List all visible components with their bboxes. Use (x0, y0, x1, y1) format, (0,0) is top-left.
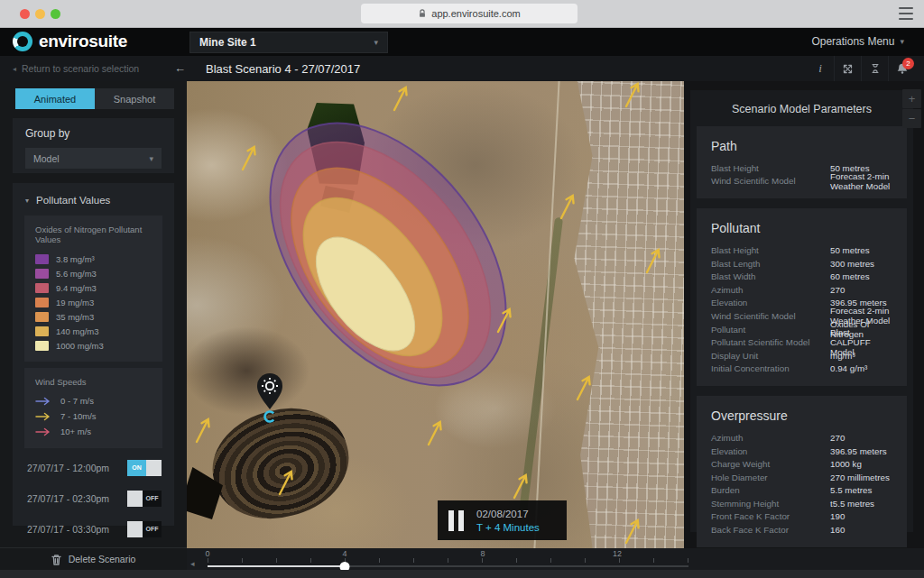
bottom-scroll-strip (0, 570, 924, 578)
overpressure-section: Overpressure Azimuth270 Elevation396.95 … (697, 396, 907, 547)
playback-date: 02/08/2017 (476, 509, 540, 519)
return-link-label: Return to scenario selection (22, 63, 139, 74)
logo-text: envirosuite (39, 32, 127, 51)
legend-item: 140 mg/m3 (35, 324, 152, 338)
parameter-row: Azimuth270 (711, 431, 892, 445)
tab-animated[interactable]: Animated (15, 88, 95, 109)
map-zoom-in-button[interactable]: + (902, 89, 921, 108)
app-header: envirosuite Mine Site 1 ▾ Operations Men… (0, 28, 924, 56)
envirosuite-logo-icon (13, 32, 32, 51)
parameter-row: Front Face K Factor190 (711, 510, 892, 524)
timestamp-row: 27/07/17 - 12:00pm ON (13, 456, 174, 479)
pause-button[interactable] (448, 510, 464, 531)
scenario-parameters-panel: Scenario Model Parameters Path Blast Hei… (690, 90, 913, 532)
info-icon: i (818, 61, 822, 76)
window-maximize-button[interactable] (51, 9, 60, 19)
wind-arrow-icon (574, 375, 593, 401)
collapse-caret-icon: ▾ (25, 197, 29, 205)
legend-color-swatch (35, 254, 49, 264)
window-minimize-button[interactable] (35, 9, 45, 19)
legend-item: 5.6 mg/m3 (35, 266, 152, 280)
collapse-sidebar-icon[interactable]: ← (174, 61, 186, 75)
wind-arrow-icon (35, 397, 53, 406)
timeline-tick-label: 0 (205, 549, 209, 558)
notifications-button[interactable]: 2 (888, 56, 915, 81)
timestamp-toggle[interactable]: OFF (127, 491, 162, 507)
window-close-button[interactable] (20, 9, 30, 19)
blast-location-pin[interactable] (257, 373, 282, 409)
parameter-row: Burden5.5 metres (711, 484, 892, 498)
parameter-row: Blast Height50 metres (711, 243, 892, 257)
delete-scenario-button[interactable]: Delete Scenario (0, 547, 187, 570)
operations-menu[interactable]: Operations Menu ▾ (811, 35, 904, 48)
pollutant-legend: Oxides of Nitrogen Pollutant Values 3.8 … (24, 216, 162, 362)
fullscreen-button[interactable] (834, 56, 861, 81)
chevron-down-icon: ▾ (900, 37, 904, 46)
timeline-tick-label: 8 (480, 549, 485, 558)
wind-speeds-legend: Wind Speeds 0 - 7 m/s 7 - 10m/s 10+ m/s (24, 368, 162, 448)
parameter-row: Stemming Heightt5.5 metres (711, 497, 892, 510)
lock-icon (418, 8, 427, 19)
timeline-progress (208, 565, 345, 567)
parameter-row: Wind Scientific ModelForecast 2-min Weat… (711, 175, 892, 188)
parameter-row: Blast Length300 metres (711, 257, 892, 271)
group-by-value: Model (33, 153, 149, 164)
group-by-dropdown[interactable]: Model ▾ (25, 148, 162, 169)
legend-item: 9.4 mg/m3 (35, 280, 152, 295)
group-by-section: Group by Model ▾ (13, 118, 174, 173)
map-zoom-out-button[interactable]: − (902, 109, 921, 128)
address-bar[interactable]: app.envirosuite.com (361, 4, 578, 23)
legend-item: 1000 mg/m3 (35, 338, 152, 353)
legend-item: 35 mg/m3 (35, 309, 152, 324)
monitor-point-marker[interactable] (263, 409, 276, 423)
view-mode-tabs: Animated Snapshot (15, 88, 174, 109)
tab-snapshot[interactable]: Snapshot (95, 88, 174, 109)
wind-speeds-title: Wind Speeds (35, 377, 152, 387)
delete-scenario-label: Delete Scenario (69, 554, 136, 564)
timestamp-label: 27/07/17 - 12:00pm (27, 463, 109, 473)
expand-arrows-icon (842, 63, 854, 75)
parameter-row: Back Face K Factor160 (711, 523, 892, 537)
pollutant-values-header[interactable]: ▾ Pollutant Values (13, 191, 174, 209)
map-overlay-layer (187, 81, 684, 548)
parameter-row: Azimuth270 (711, 283, 892, 297)
timestamp-row: 27/07/17 - 03:30pm OFF (13, 518, 174, 540)
timeline-track[interactable] (208, 565, 688, 567)
legend-color-swatch (35, 326, 49, 336)
browser-chrome: app.envirosuite.com (0, 0, 924, 28)
timestamp-toggle[interactable]: OFF (127, 521, 162, 537)
wind-arrow-icon (276, 470, 295, 496)
timeline-step-back-icon[interactable]: ◂ (190, 559, 195, 568)
wind-arrow-icon (35, 412, 53, 421)
scenario-title: Blast Scenario 4 - 27/07/2017 (206, 62, 360, 76)
wind-arrow-icon (511, 473, 530, 500)
hourglass-icon (870, 62, 881, 75)
legend-color-swatch (35, 312, 49, 322)
wind-legend-item: 10+ m/s (35, 424, 152, 439)
wind-arrow-icon (35, 427, 53, 436)
return-to-scenario-link[interactable]: ◂ Return to scenario selection (13, 63, 139, 74)
browser-menu-icon[interactable] (899, 7, 913, 20)
wind-arrow-icon (623, 82, 642, 108)
info-button[interactable]: i (807, 56, 834, 81)
wind-arrow-icon (391, 86, 410, 112)
wind-arrow-icon (425, 420, 444, 446)
chevron-down-icon: ▾ (149, 154, 153, 163)
parameter-row: Elevation396.95 meters (711, 445, 892, 458)
wind-arrow-icon (643, 248, 662, 274)
toggle-knob (146, 460, 162, 476)
wind-arrow-icon (623, 518, 642, 545)
legend-item: 3.8 mg/m³ (35, 252, 152, 266)
map-viewport[interactable]: 02/08/2017 T + 4 Minutes (187, 81, 684, 548)
parameter-row: Pollutant Scientific ModelBlast CALPUFF … (711, 335, 892, 349)
legend-color-swatch (35, 341, 49, 351)
playback-overlay: 02/08/2017 T + 4 Minutes (438, 500, 567, 540)
legend-color-swatch (35, 269, 49, 279)
history-button[interactable] (861, 56, 888, 81)
timestamp-toggle[interactable]: ON (127, 460, 162, 476)
timestamp-label: 27/07/17 - 03:30pm (27, 524, 109, 535)
trash-icon (51, 554, 61, 565)
site-selector-dropdown[interactable]: Mine Site 1 ▾ (189, 32, 388, 53)
parameters-column: + − Scenario Model Parameters Path Blast… (684, 81, 924, 548)
wind-legend-item: 0 - 7 m/s (35, 393, 152, 408)
